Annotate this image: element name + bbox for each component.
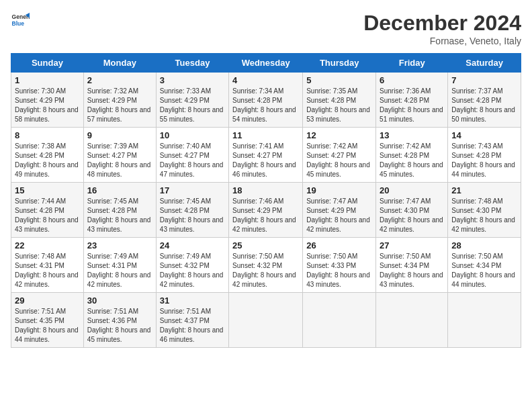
day-cell: 11 Sunrise: 7:41 AMSunset: 4:27 PMDaylig… bbox=[229, 128, 303, 183]
day-cell: 12 Sunrise: 7:42 AMSunset: 4:27 PMDaylig… bbox=[303, 128, 376, 183]
day-cell: 14 Sunrise: 7:43 AMSunset: 4:28 PMDaylig… bbox=[448, 128, 521, 183]
day-detail: Sunrise: 7:42 AMSunset: 4:27 PMDaylight:… bbox=[306, 142, 370, 178]
day-cell: 25 Sunrise: 7:50 AMSunset: 4:32 PMDaylig… bbox=[229, 238, 303, 293]
day-cell: 29 Sunrise: 7:51 AMSunset: 4:35 PMDaylig… bbox=[11, 293, 84, 348]
day-number: 3 bbox=[160, 75, 225, 85]
col-saturday: Saturday bbox=[448, 54, 521, 73]
day-number: 1 bbox=[15, 75, 80, 85]
day-number: 15 bbox=[15, 185, 80, 195]
day-number: 24 bbox=[160, 240, 225, 250]
day-cell: 2 Sunrise: 7:32 AMSunset: 4:29 PMDayligh… bbox=[83, 73, 156, 128]
page-header: General Blue December 2024 Fornase, Vene… bbox=[11, 11, 521, 46]
day-detail: Sunrise: 7:35 AMSunset: 4:28 PMDaylight:… bbox=[306, 87, 370, 123]
logo: General Blue bbox=[11, 11, 30, 30]
day-number: 21 bbox=[451, 185, 517, 195]
day-number: 28 bbox=[451, 240, 517, 250]
day-detail: Sunrise: 7:40 AMSunset: 4:27 PMDaylight:… bbox=[160, 142, 224, 178]
day-number: 18 bbox=[232, 185, 299, 195]
day-cell: 5 Sunrise: 7:35 AMSunset: 4:28 PMDayligh… bbox=[303, 73, 376, 128]
day-cell: 31 Sunrise: 7:51 AMSunset: 4:37 PMDaylig… bbox=[156, 293, 228, 348]
day-number: 8 bbox=[15, 130, 80, 140]
day-number: 11 bbox=[232, 130, 299, 140]
calendar-table: Sunday Monday Tuesday Wednesday Thursday… bbox=[11, 53, 521, 348]
day-number: 13 bbox=[380, 130, 444, 140]
day-cell: 22 Sunrise: 7:48 AMSunset: 4:31 PMDaylig… bbox=[11, 238, 84, 293]
day-cell: 28 Sunrise: 7:50 AMSunset: 4:34 PMDaylig… bbox=[448, 238, 521, 293]
day-number: 12 bbox=[306, 130, 372, 140]
day-detail: Sunrise: 7:39 AMSunset: 4:27 PMDaylight:… bbox=[87, 142, 151, 178]
location: Fornase, Veneto, Italy bbox=[363, 36, 521, 46]
day-cell: 4 Sunrise: 7:34 AMSunset: 4:28 PMDayligh… bbox=[229, 73, 303, 128]
day-detail: Sunrise: 7:50 AMSunset: 4:34 PMDaylight:… bbox=[380, 253, 443, 288]
svg-text:Blue: Blue bbox=[12, 20, 25, 27]
day-number: 27 bbox=[380, 240, 444, 250]
day-number: 22 bbox=[15, 240, 80, 250]
calendar-row: 29 Sunrise: 7:51 AMSunset: 4:35 PMDaylig… bbox=[11, 293, 521, 348]
day-cell: 27 Sunrise: 7:50 AMSunset: 4:34 PMDaylig… bbox=[376, 238, 448, 293]
day-number: 9 bbox=[87, 130, 152, 140]
day-detail: Sunrise: 7:48 AMSunset: 4:30 PMDaylight:… bbox=[451, 197, 515, 233]
day-number: 2 bbox=[87, 75, 152, 85]
day-detail: Sunrise: 7:49 AMSunset: 4:32 PMDaylight:… bbox=[160, 253, 224, 288]
day-number: 29 bbox=[15, 295, 80, 306]
day-number: 10 bbox=[160, 130, 225, 140]
day-detail: Sunrise: 7:51 AMSunset: 4:37 PMDaylight:… bbox=[160, 308, 224, 343]
day-cell: 24 Sunrise: 7:49 AMSunset: 4:32 PMDaylig… bbox=[156, 238, 228, 293]
empty-cell bbox=[303, 293, 376, 348]
day-detail: Sunrise: 7:46 AMSunset: 4:29 PMDaylight:… bbox=[232, 197, 296, 233]
calendar-row: 1 Sunrise: 7:30 AMSunset: 4:29 PMDayligh… bbox=[11, 73, 521, 128]
day-detail: Sunrise: 7:38 AMSunset: 4:28 PMDaylight:… bbox=[15, 142, 79, 178]
day-detail: Sunrise: 7:45 AMSunset: 4:28 PMDaylight:… bbox=[87, 197, 151, 233]
day-cell: 13 Sunrise: 7:42 AMSunset: 4:28 PMDaylig… bbox=[376, 128, 448, 183]
day-number: 5 bbox=[306, 75, 372, 85]
day-detail: Sunrise: 7:47 AMSunset: 4:30 PMDaylight:… bbox=[380, 197, 443, 233]
day-cell: 8 Sunrise: 7:38 AMSunset: 4:28 PMDayligh… bbox=[11, 128, 84, 183]
col-monday: Monday bbox=[83, 54, 156, 73]
day-detail: Sunrise: 7:34 AMSunset: 4:28 PMDaylight:… bbox=[232, 87, 296, 123]
day-cell: 7 Sunrise: 7:37 AMSunset: 4:28 PMDayligh… bbox=[448, 73, 521, 128]
day-number: 30 bbox=[87, 295, 152, 306]
day-cell: 9 Sunrise: 7:39 AMSunset: 4:27 PMDayligh… bbox=[83, 128, 156, 183]
day-detail: Sunrise: 7:49 AMSunset: 4:31 PMDaylight:… bbox=[87, 253, 151, 288]
day-detail: Sunrise: 7:51 AMSunset: 4:36 PMDaylight:… bbox=[87, 308, 151, 343]
day-detail: Sunrise: 7:41 AMSunset: 4:27 PMDaylight:… bbox=[232, 142, 296, 178]
day-detail: Sunrise: 7:32 AMSunset: 4:29 PMDaylight:… bbox=[87, 87, 151, 123]
col-wednesday: Wednesday bbox=[229, 54, 303, 73]
day-detail: Sunrise: 7:36 AMSunset: 4:28 PMDaylight:… bbox=[380, 87, 443, 123]
day-number: 31 bbox=[160, 295, 225, 306]
day-number: 25 bbox=[232, 240, 299, 250]
day-cell: 10 Sunrise: 7:40 AMSunset: 4:27 PMDaylig… bbox=[156, 128, 228, 183]
day-detail: Sunrise: 7:42 AMSunset: 4:28 PMDaylight:… bbox=[380, 142, 443, 178]
day-detail: Sunrise: 7:37 AMSunset: 4:28 PMDaylight:… bbox=[451, 87, 515, 123]
logo-icon: General Blue bbox=[11, 11, 30, 30]
day-detail: Sunrise: 7:48 AMSunset: 4:31 PMDaylight:… bbox=[15, 253, 79, 288]
day-cell: 3 Sunrise: 7:33 AMSunset: 4:29 PMDayligh… bbox=[156, 73, 228, 128]
day-number: 20 bbox=[380, 185, 444, 195]
col-tuesday: Tuesday bbox=[156, 54, 228, 73]
calendar-body: 1 Sunrise: 7:30 AMSunset: 4:29 PMDayligh… bbox=[11, 73, 521, 348]
day-cell: 21 Sunrise: 7:48 AMSunset: 4:30 PMDaylig… bbox=[448, 183, 521, 238]
day-detail: Sunrise: 7:44 AMSunset: 4:28 PMDaylight:… bbox=[15, 197, 79, 233]
day-number: 19 bbox=[306, 185, 372, 195]
day-cell: 16 Sunrise: 7:45 AMSunset: 4:28 PMDaylig… bbox=[83, 183, 156, 238]
day-detail: Sunrise: 7:43 AMSunset: 4:28 PMDaylight:… bbox=[451, 142, 515, 178]
day-cell: 15 Sunrise: 7:44 AMSunset: 4:28 PMDaylig… bbox=[11, 183, 84, 238]
col-sunday: Sunday bbox=[11, 54, 84, 73]
title-block: December 2024 Fornase, Veneto, Italy bbox=[363, 11, 521, 46]
calendar-row: 8 Sunrise: 7:38 AMSunset: 4:28 PMDayligh… bbox=[11, 128, 521, 183]
day-cell: 23 Sunrise: 7:49 AMSunset: 4:31 PMDaylig… bbox=[83, 238, 156, 293]
day-detail: Sunrise: 7:50 AMSunset: 4:34 PMDaylight:… bbox=[451, 253, 515, 288]
day-cell: 20 Sunrise: 7:47 AMSunset: 4:30 PMDaylig… bbox=[376, 183, 448, 238]
day-number: 7 bbox=[451, 75, 517, 85]
day-detail: Sunrise: 7:47 AMSunset: 4:29 PMDaylight:… bbox=[306, 197, 370, 233]
day-detail: Sunrise: 7:50 AMSunset: 4:32 PMDaylight:… bbox=[232, 253, 296, 288]
empty-cell bbox=[448, 293, 521, 348]
day-detail: Sunrise: 7:45 AMSunset: 4:28 PMDaylight:… bbox=[160, 197, 224, 233]
day-number: 16 bbox=[87, 185, 152, 195]
day-cell: 17 Sunrise: 7:45 AMSunset: 4:28 PMDaylig… bbox=[156, 183, 228, 238]
day-cell: 26 Sunrise: 7:50 AMSunset: 4:33 PMDaylig… bbox=[303, 238, 376, 293]
empty-cell bbox=[376, 293, 448, 348]
col-friday: Friday bbox=[376, 54, 448, 73]
day-cell: 30 Sunrise: 7:51 AMSunset: 4:36 PMDaylig… bbox=[83, 293, 156, 348]
day-cell: 6 Sunrise: 7:36 AMSunset: 4:28 PMDayligh… bbox=[376, 73, 448, 128]
